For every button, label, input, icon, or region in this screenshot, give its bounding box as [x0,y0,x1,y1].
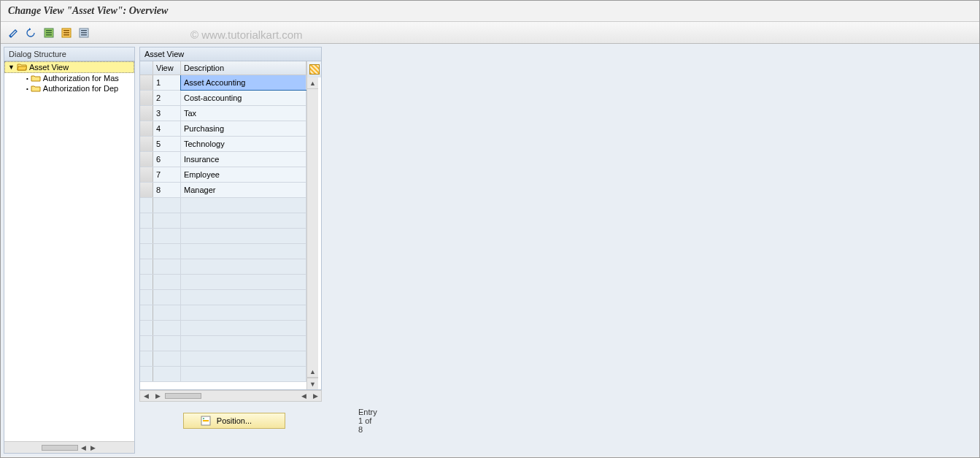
row-selector[interactable] [140,106,153,121]
cell-description[interactable] [181,275,306,289]
row-selector[interactable] [140,290,153,305]
row-selector[interactable] [140,275,153,289]
position-button[interactable]: Position... [183,413,285,429]
scroll-down-icon[interactable]: ▼ [307,378,318,389]
row-selector-header[interactable] [140,61,153,75]
row-selector[interactable] [140,351,153,366]
cell-description[interactable] [181,229,306,243]
cell-description[interactable]: Insurance [181,152,306,167]
row-selector[interactable] [140,213,153,228]
cell-description[interactable] [181,198,306,213]
table-row-empty[interactable] [140,351,306,367]
cell-view[interactable] [153,259,181,274]
table-row[interactable]: 6Insurance [140,152,306,167]
row-selector[interactable] [140,244,153,259]
cell-view[interactable]: 5 [153,137,181,151]
row-selector[interactable] [140,91,153,105]
column-header-view[interactable]: View [153,61,181,75]
table-row-empty[interactable] [140,367,306,382]
cell-description[interactable] [181,213,306,228]
cell-description[interactable]: Tax [181,106,306,121]
row-selector[interactable] [140,198,153,213]
deselect-all-button[interactable] [59,26,74,40]
horizontal-scrollbar[interactable]: ◀ ▶ ◀ ▶ [139,390,322,402]
expand-icon[interactable]: ▼ [8,64,15,71]
scroll-thumb[interactable] [42,445,78,451]
cell-view[interactable]: 2 [153,91,181,105]
cell-description[interactable]: Purchasing [181,121,306,136]
cell-view[interactable] [153,198,181,213]
cell-view[interactable] [153,213,181,228]
cell-view[interactable] [153,290,181,305]
cell-view[interactable] [153,351,181,366]
cell-description[interactable] [181,336,306,351]
tree-item-auth-depr[interactable]: • Authorization for Dep [4,83,134,93]
cell-description[interactable] [181,244,306,259]
cell-description[interactable] [181,351,306,366]
row-selector[interactable] [140,183,153,197]
table-row-empty[interactable] [140,259,306,275]
table-row[interactable]: 4Purchasing [140,121,306,137]
tree-hscrollbar[interactable]: ◀ ▶ [4,441,134,453]
cell-description[interactable] [181,321,306,335]
cell-description[interactable] [181,305,306,320]
table-row-empty[interactable] [140,275,306,290]
table-row-empty[interactable] [140,336,306,351]
scroll-right-icon[interactable]: ▶ [309,392,321,400]
table-row-empty[interactable] [140,198,306,213]
table-row[interactable]: 2Cost-accounting [140,91,306,106]
row-selector[interactable] [140,229,153,243]
cell-view[interactable] [153,321,181,335]
row-selector[interactable] [140,336,153,351]
table-row-empty[interactable] [140,305,306,321]
table-row-empty[interactable] [140,213,306,229]
table-row-empty[interactable] [140,321,306,336]
table-row[interactable]: 1Asset Accounting [140,75,306,91]
table-row[interactable]: 5Technology [140,137,306,152]
table-row-empty[interactable] [140,244,306,259]
row-selector[interactable] [140,321,153,335]
cell-view[interactable]: 6 [153,152,181,167]
cell-description[interactable] [181,290,306,305]
row-selector[interactable] [140,137,153,151]
row-selector[interactable] [140,152,153,167]
cell-view[interactable]: 3 [153,106,181,121]
vertical-scrollbar[interactable]: ▲ ▲ ▼ [306,77,318,389]
scroll-up-icon[interactable]: ▲ [307,77,318,89]
table-row[interactable]: 8Manager [140,183,306,198]
scroll-track[interactable] [163,392,298,400]
cell-description[interactable]: Employee [181,167,306,182]
cell-view[interactable]: 4 [153,121,181,136]
cell-view[interactable] [153,229,181,243]
cell-view[interactable]: 7 [153,167,181,182]
row-selector[interactable] [140,259,153,274]
cell-description[interactable] [181,259,306,274]
table-row[interactable]: 3Tax [140,106,306,121]
toggle-change-mode-button[interactable] [7,26,21,40]
row-selector[interactable] [140,367,153,381]
cell-view[interactable] [153,336,181,351]
table-config-button[interactable] [306,61,321,77]
cell-description[interactable]: Cost-accounting [181,91,306,105]
cell-view[interactable] [153,305,181,320]
cell-view[interactable]: 1 [153,75,181,90]
scroll-right-icon[interactable]: ▶ [89,444,97,451]
cell-description[interactable] [181,367,306,381]
scroll-right-step-icon[interactable]: ▶ [152,392,163,400]
table-settings-button[interactable] [77,26,91,40]
cell-view[interactable] [153,275,181,289]
tree-item-asset-view[interactable]: ▼ Asset View [4,61,134,73]
scroll-left-step-icon[interactable]: ◀ [298,392,309,400]
undo-button[interactable] [24,26,39,40]
cell-view[interactable] [153,367,181,381]
tree-item-auth-master[interactable]: • Authorization for Mas [4,73,134,83]
cell-view[interactable]: 8 [153,183,181,197]
cell-description[interactable]: Asset Accounting [181,75,306,90]
scroll-thumb[interactable] [165,393,201,399]
row-selector[interactable] [140,167,153,182]
scroll-up-step-icon[interactable]: ▲ [307,366,318,378]
row-selector[interactable] [140,75,153,90]
row-selector[interactable] [140,305,153,320]
table-row[interactable]: 7Employee [140,167,306,183]
cell-description[interactable]: Manager [181,183,306,197]
